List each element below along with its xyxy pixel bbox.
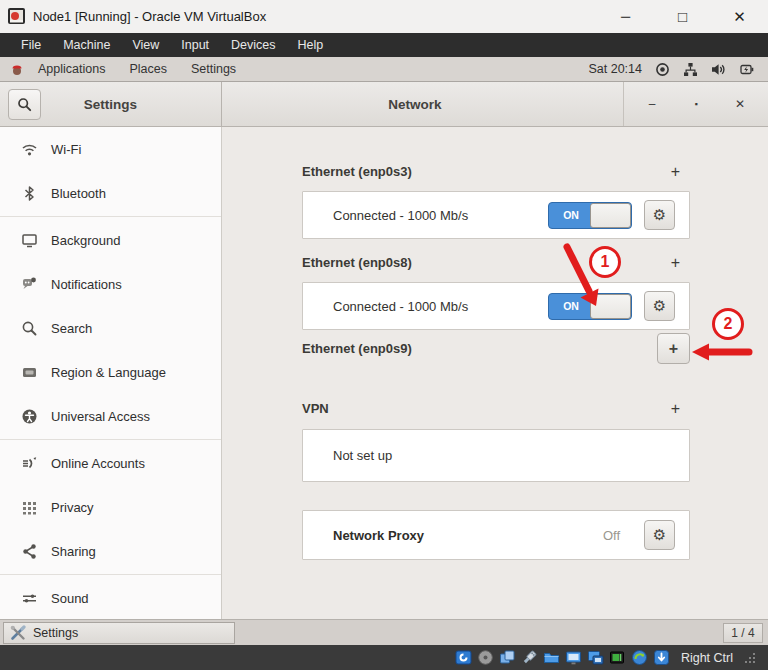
ethernet-enp0s3-toggle[interactable]: ON — [548, 202, 632, 229]
ethernet-enp0s3-row[interactable]: Connected - 1000 Mb/s ON ⚙ — [302, 191, 690, 239]
vpn-status: Not set up — [333, 448, 392, 463]
section-ethernet-enp0s3: Ethernet (enp0s3) + — [302, 163, 690, 180]
panel-minimize-icon[interactable]: – — [630, 97, 674, 111]
menu-machine[interactable]: Machine — [52, 33, 121, 57]
clock[interactable]: Sat 20:14 — [588, 62, 642, 76]
vbox-statusbar: Right Ctrl — [0, 645, 768, 670]
topbar-places[interactable]: Places — [117, 57, 179, 81]
connection-status: Connected - 1000 Mb/s — [333, 299, 468, 314]
network-proxy-row[interactable]: Network Proxy Off ⚙ — [302, 510, 690, 560]
notifications-icon — [21, 276, 38, 293]
add-connection-icon[interactable]: + — [671, 164, 690, 180]
sharing-icon — [21, 543, 38, 560]
annotation-step-1: 1 — [589, 246, 621, 278]
proxy-state: Off — [603, 528, 620, 543]
sidebar-item-sound[interactable]: Sound — [0, 576, 221, 619]
audio-icon[interactable] — [499, 649, 516, 666]
sidebar-item-bluetooth[interactable]: Bluetooth — [0, 171, 221, 215]
system-tray: Sat 20:14 — [588, 62, 760, 77]
search-icon — [17, 97, 32, 112]
menu-help[interactable]: Help — [287, 33, 335, 57]
network-headerbar: Network – ▪ ✕ — [222, 82, 768, 127]
section-ethernet-enp0s9: Ethernet (enp0s9) + — [302, 333, 690, 364]
gear-icon: ⚙ — [653, 297, 666, 315]
minimize-icon[interactable]: ─ — [597, 0, 654, 33]
bluetooth-icon — [21, 185, 38, 202]
network-panel: Ethernet (enp0s3) + Connected - 1000 Mb/… — [222, 127, 768, 619]
virtualbox-logo-icon — [7, 7, 26, 26]
ethernet-enp0s8-row[interactable]: Connected - 1000 Mb/s ON ⚙ — [302, 282, 690, 330]
section-label: Ethernet (enp0s8) — [302, 255, 412, 270]
universal-access-icon — [21, 408, 38, 425]
gnome-settings-window: Settings Network – ▪ ✕ Wi-Fi — [0, 82, 768, 619]
menu-devices[interactable]: Devices — [220, 33, 286, 57]
search-button[interactable] — [8, 89, 41, 120]
topbar-applications[interactable]: Applications — [26, 57, 117, 81]
shared-clipboard-icon[interactable] — [631, 649, 648, 666]
add-vpn-icon[interactable]: + — [671, 401, 690, 417]
virtualbox-vm-window: Node1 [Running] - Oracle VM VirtualBox ─… — [0, 0, 768, 670]
window-title: Node1 [Running] - Oracle VM VirtualBox — [33, 9, 266, 24]
sidebar-item-privacy[interactable]: Privacy — [0, 485, 221, 529]
ethernet-enp0s8-toggle[interactable]: ON — [548, 293, 632, 320]
taskbar-settings-button[interactable]: Settings — [3, 622, 235, 644]
shared-folders-icon[interactable] — [543, 649, 560, 666]
settings-headerbar: Settings — [0, 82, 222, 127]
vbox-menubar: File Machine View Input Devices Help — [0, 33, 768, 57]
annotation-step-2: 2 — [712, 308, 744, 340]
add-connection-icon[interactable]: + — [671, 255, 690, 271]
mouse-integration-icon[interactable] — [653, 649, 670, 666]
panel-title: Network — [222, 97, 608, 112]
proxy-settings-button[interactable]: ⚙ — [644, 520, 675, 550]
sidebar-separator — [0, 574, 221, 575]
sidebar-item-sharing[interactable]: Sharing — [0, 529, 221, 573]
video-capture-icon[interactable] — [587, 649, 604, 666]
sidebar-item-wifi[interactable]: Wi-Fi — [0, 127, 221, 171]
menu-file[interactable]: File — [10, 33, 52, 57]
menu-view[interactable]: View — [121, 33, 170, 57]
sidebar-item-notifications[interactable]: Notifications — [0, 262, 221, 306]
display-icon[interactable] — [565, 649, 582, 666]
panel-maximize-icon[interactable]: ▪ — [674, 99, 718, 109]
network-icon[interactable] — [609, 649, 626, 666]
usb-icon[interactable] — [521, 649, 538, 666]
toggle-knob — [590, 294, 631, 319]
network-wired-icon[interactable] — [683, 62, 698, 77]
sound-icon — [21, 590, 38, 607]
section-ethernet-enp0s8: Ethernet (enp0s8) + — [302, 254, 690, 271]
sidebar-item-background[interactable]: Background — [0, 218, 221, 262]
section-vpn: VPN + — [302, 400, 690, 417]
sidebar-separator — [0, 439, 221, 440]
sidebar-item-universal-access[interactable]: Universal Access — [0, 394, 221, 438]
topbar-settings[interactable]: Settings — [179, 57, 248, 81]
sidebar-separator — [0, 216, 221, 217]
close-icon[interactable]: ✕ — [711, 0, 768, 33]
resize-grip[interactable] — [744, 652, 756, 664]
titlebar: Node1 [Running] - Oracle VM VirtualBox ─… — [0, 0, 768, 33]
workspace-pager[interactable]: 1 / 4 — [723, 623, 763, 643]
section-label: VPN — [302, 401, 329, 416]
screencast-icon[interactable] — [655, 62, 670, 77]
panel-close-icon[interactable]: ✕ — [718, 97, 762, 111]
settings-tools-icon — [10, 625, 26, 641]
desktop-taskbar: Settings 1 / 4 — [0, 619, 768, 645]
section-label: Ethernet (enp0s3) — [302, 164, 412, 179]
gear-icon: ⚙ — [653, 206, 666, 224]
sidebar-item-region-language[interactable]: Region & Language — [0, 350, 221, 394]
hard-disks-icon[interactable] — [455, 649, 472, 666]
background-icon — [21, 232, 38, 249]
ethernet-enp0s9-add-button[interactable]: + — [657, 333, 690, 364]
battery-charging-icon[interactable] — [739, 62, 754, 77]
section-label: Ethernet (enp0s9) — [302, 341, 412, 356]
proxy-label: Network Proxy — [333, 528, 424, 543]
maximize-icon[interactable]: □ — [654, 0, 711, 33]
privacy-icon — [21, 499, 38, 516]
sidebar-item-online-accounts[interactable]: Online Accounts — [0, 441, 221, 485]
optical-drives-icon[interactable] — [477, 649, 494, 666]
volume-icon[interactable] — [711, 62, 726, 77]
search-icon — [21, 320, 38, 337]
menu-input[interactable]: Input — [170, 33, 220, 57]
ethernet-enp0s3-settings-button[interactable]: ⚙ — [644, 200, 675, 230]
ethernet-enp0s8-settings-button[interactable]: ⚙ — [644, 291, 675, 321]
sidebar-item-search[interactable]: Search — [0, 306, 221, 350]
